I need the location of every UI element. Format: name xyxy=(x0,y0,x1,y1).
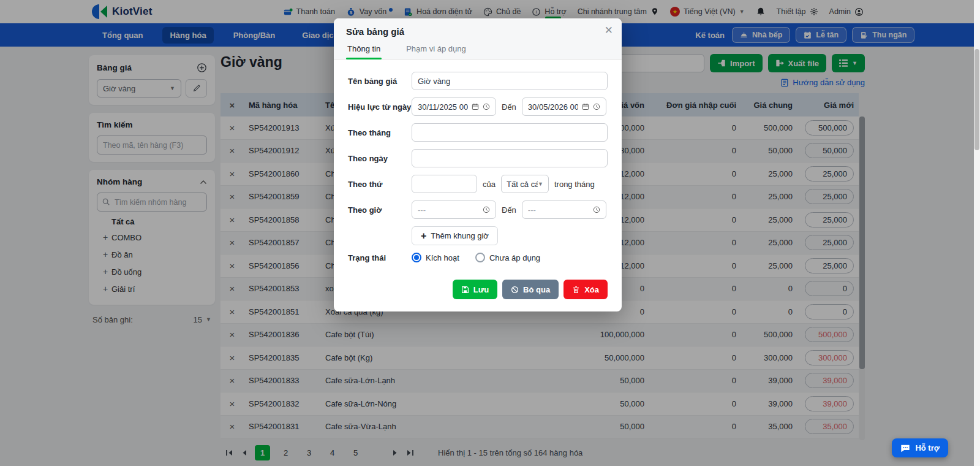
chat-bubble-icon xyxy=(900,444,910,453)
price-table-name-input[interactable]: Giờ vàng xyxy=(412,72,608,90)
cancel-button-label: Bỏ qua xyxy=(523,285,550,294)
add-time-slot-button[interactable]: + Thêm khung giờ xyxy=(412,226,498,245)
by-day-input[interactable] xyxy=(412,149,608,167)
plus-icon: + xyxy=(421,231,426,242)
cancel-button[interactable]: Bỏ qua xyxy=(502,280,559,299)
clock-icon[interactable] xyxy=(483,103,490,110)
of-label: của xyxy=(483,180,496,189)
modal-tab[interactable]: Phạm vi áp dụng xyxy=(405,44,467,59)
field-label-weekday: Theo thứ xyxy=(348,180,412,189)
support-fab-label: Hỗ trợ xyxy=(915,443,940,453)
effective-from-input[interactable]: 30/11/2025 00:56 xyxy=(412,97,496,116)
chevron-down-icon: ▼ xyxy=(538,181,543,187)
by-weekday-input[interactable] xyxy=(412,175,477,193)
field-label-status: Trạng thái xyxy=(348,253,412,262)
radio-unselected-icon xyxy=(475,253,485,262)
add-time-slot-label: Thêm khung giờ xyxy=(431,231,489,240)
hour-to-input[interactable]: --- xyxy=(522,201,606,219)
hour-from-input[interactable]: --- xyxy=(412,201,496,219)
weekday-scope-select[interactable]: Tất cả cá... ▼ xyxy=(501,175,549,193)
modal-title: Sửa bảng giá xyxy=(346,26,609,37)
save-icon xyxy=(461,286,469,294)
in-month-label: trong tháng xyxy=(554,180,595,189)
ban-icon xyxy=(511,286,519,294)
status-active-radio[interactable]: Kích hoạt xyxy=(412,253,459,262)
to-label: Đến xyxy=(502,102,516,112)
modal-tab[interactable]: Thông tin xyxy=(346,44,382,59)
page-scrollbar[interactable] xyxy=(974,0,980,466)
hour-to-label: Đến xyxy=(502,205,516,215)
effective-to-input[interactable]: 30/05/2026 00:56 xyxy=(522,97,606,116)
save-button[interactable]: Lưu xyxy=(453,280,497,299)
delete-button[interactable]: Xóa xyxy=(564,280,608,299)
clock-icon[interactable] xyxy=(593,103,600,110)
trash-icon xyxy=(572,286,580,294)
field-label-hour: Theo giờ xyxy=(348,205,412,215)
field-label-month: Theo tháng xyxy=(348,128,412,137)
delete-button-label: Xóa xyxy=(584,285,599,294)
status-active-label: Kích hoạt xyxy=(426,253,459,262)
status-inactive-radio[interactable]: Chưa áp dụng xyxy=(475,253,540,262)
status-inactive-label: Chưa áp dụng xyxy=(489,253,540,262)
close-icon[interactable]: ✕ xyxy=(605,25,613,36)
support-fab-button[interactable]: Hỗ trợ xyxy=(892,438,948,457)
field-label-effective: Hiệu lực từ ngày xyxy=(348,102,412,112)
clock-icon[interactable] xyxy=(483,206,490,213)
calendar-icon[interactable] xyxy=(582,103,589,110)
modal-tabs: Thông tin Phạm vi áp dụng xyxy=(346,44,609,59)
save-button-label: Lưu xyxy=(473,285,489,294)
by-month-input[interactable] xyxy=(412,123,608,142)
field-label-name: Tên bảng giá xyxy=(348,77,412,86)
radio-selected-icon xyxy=(412,253,421,262)
calendar-icon[interactable] xyxy=(472,103,479,110)
field-label-day: Theo ngày xyxy=(348,154,412,163)
clock-icon[interactable] xyxy=(593,206,600,213)
edit-price-table-modal: Sửa bảng giá ✕ Thông tin Phạm vi áp dụng… xyxy=(334,18,622,311)
